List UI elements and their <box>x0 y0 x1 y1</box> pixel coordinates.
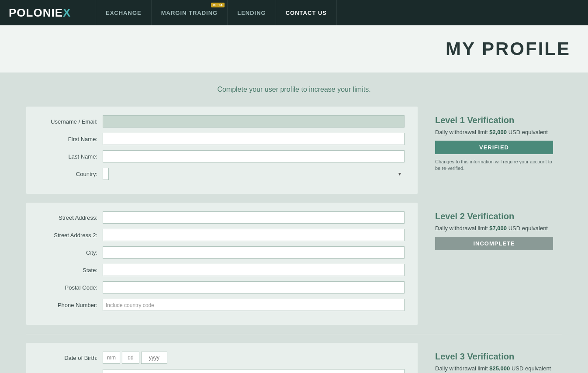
username-input[interactable] <box>103 115 405 128</box>
country-row: Country: ▼ <box>39 168 405 180</box>
level3-limit: Daily withdrawal limit $25,000 USD equiv… <box>435 365 553 372</box>
subtitle: Complete your user profile to increase y… <box>26 86 562 93</box>
firstname-input[interactable] <box>103 133 405 145</box>
nav-margin-trading[interactable]: MARGIN TRADING BETA <box>152 0 228 25</box>
logo-text: POLONIEX <box>9 6 71 20</box>
dob-group <box>103 352 405 364</box>
main-content: Complete your user profile to increase y… <box>0 73 588 373</box>
dob-dd-input[interactable] <box>122 352 139 364</box>
section-divider <box>26 334 562 334</box>
ssn-input[interactable] <box>103 369 405 373</box>
address-form: Street Address: Street Address 2: City: … <box>26 203 418 325</box>
section2-wrapper: Street Address: Street Address 2: City: … <box>26 203 562 325</box>
phone-row: Phone Number: <box>39 299 405 311</box>
level2-title: Level 2 Verification <box>435 211 553 221</box>
level1-note: Changes to this information will require… <box>435 159 553 172</box>
firstname-label: First Name: <box>39 136 103 142</box>
phone-label: Phone Number: <box>39 302 103 308</box>
nav-contact-us[interactable]: CONTACT US <box>276 0 337 25</box>
level2-panel: Level 2 Verification Daily withdrawal li… <box>426 203 562 325</box>
postal-row: Postal Code: <box>39 281 405 294</box>
lastname-input[interactable] <box>103 150 405 162</box>
lastname-label: Last Name: <box>39 153 103 160</box>
street-row: Street Address: <box>39 211 405 224</box>
section3-wrapper: Date of Birth: SSN/Passport ID: Scan of … <box>26 343 562 373</box>
country-select[interactable] <box>103 168 109 180</box>
postal-label: Postal Code: <box>39 284 103 291</box>
level2-limit: Daily withdrawal limit $7,000 USD equiva… <box>435 225 553 231</box>
firstname-row: First Name: <box>39 133 405 145</box>
dob-yyyy-input[interactable] <box>141 352 167 364</box>
country-select-wrapper: ▼ <box>103 168 405 180</box>
nav-items: EXCHANGE MARGIN TRADING BETA LENDING CON… <box>96 0 337 25</box>
verified-button[interactable]: VERIFIED <box>435 141 553 154</box>
city-row: City: <box>39 246 405 259</box>
nav-lending[interactable]: LENDING <box>228 0 276 25</box>
street2-input[interactable] <box>103 229 405 241</box>
level3-amount: $25,000 <box>489 365 510 372</box>
page-header: MY PROFILE <box>0 25 588 73</box>
city-label: City: <box>39 249 103 256</box>
level2-amount: $7,000 <box>489 225 507 231</box>
page-title: MY PROFILE <box>17 38 571 59</box>
city-input[interactable] <box>103 246 405 259</box>
dob-row: Date of Birth: <box>39 352 405 364</box>
lastname-row: Last Name: <box>39 150 405 162</box>
level1-limit: Daily withdrawal limit $2,000 USD equiva… <box>435 129 553 135</box>
level3-title: Level 3 Verification <box>435 352 553 362</box>
state-label: State: <box>39 267 103 273</box>
basic-info-form: Username / Email: First Name: Last Name:… <box>26 107 418 194</box>
state-input[interactable] <box>103 264 405 276</box>
identity-form: Date of Birth: SSN/Passport ID: Scan of … <box>26 343 418 373</box>
state-row: State: <box>39 264 405 276</box>
level2-status-button[interactable]: INCOMPLETE <box>435 237 553 250</box>
beta-badge: BETA <box>211 3 225 7</box>
username-label: Username / Email: <box>39 118 103 125</box>
street-input[interactable] <box>103 211 405 224</box>
street2-row: Street Address 2: <box>39 229 405 241</box>
street2-label: Street Address 2: <box>39 232 103 238</box>
postal-input[interactable] <box>103 281 405 294</box>
street-label: Street Address: <box>39 214 103 221</box>
section1-wrapper: Username / Email: First Name: Last Name:… <box>26 107 562 194</box>
username-row: Username / Email: <box>39 115 405 128</box>
level3-panel: Level 3 Verification Daily withdrawal li… <box>426 343 562 373</box>
logo[interactable]: POLONIEX <box>0 0 96 25</box>
nav-exchange[interactable]: EXCHANGE <box>96 0 152 25</box>
dob-label: Date of Birth: <box>39 355 103 361</box>
phone-input[interactable] <box>103 299 405 311</box>
level1-amount: $2,000 <box>489 129 507 135</box>
country-label: Country: <box>39 171 103 177</box>
ssn-row: SSN/Passport ID: <box>39 369 405 373</box>
dob-mm-input[interactable] <box>103 352 120 364</box>
navbar: POLONIEX EXCHANGE MARGIN TRADING BETA LE… <box>0 0 588 25</box>
level1-panel: Level 1 Verification Daily withdrawal li… <box>426 107 562 194</box>
level1-title: Level 1 Verification <box>435 115 553 125</box>
chevron-down-icon: ▼ <box>398 172 402 176</box>
